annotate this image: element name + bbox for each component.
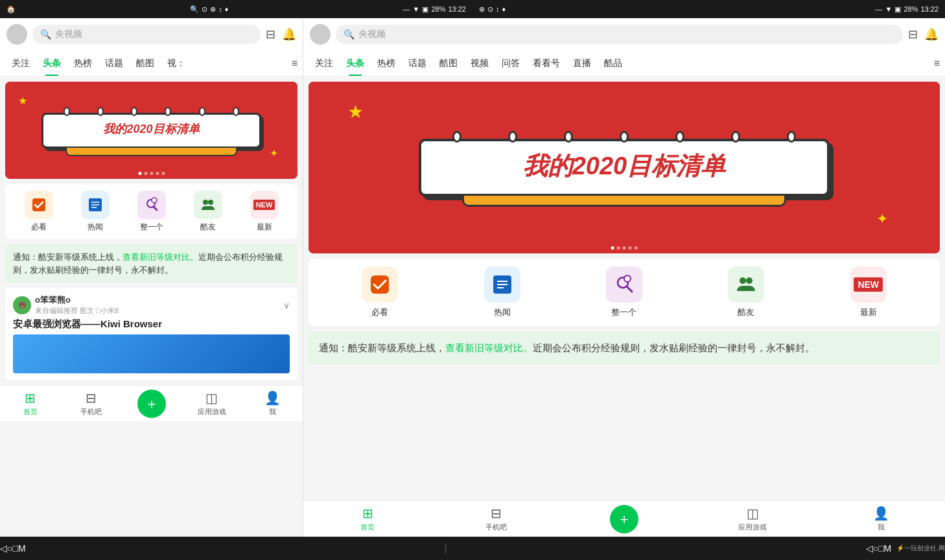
right-nav-me-icon: 👤: [873, 506, 889, 521]
svg-point-19: [746, 277, 752, 284]
left-quick-actions: 必看 热闻 整一个 酷友 N: [5, 184, 298, 239]
right-nav-apps[interactable]: ◫ 应用游戏: [688, 506, 817, 532]
android-menu-right[interactable]: M: [884, 543, 892, 554]
right-search-input-wrap[interactable]: 🔍 央视频: [336, 25, 903, 44]
right-bell-icon[interactable]: 🔔: [924, 27, 939, 41]
left-qa-bikan[interactable]: 必看: [25, 191, 53, 233]
left-avatar[interactable]: [6, 24, 27, 45]
right-nav-phonebar[interactable]: ⊟ 手机吧: [432, 506, 560, 532]
right-tab-huati[interactable]: 话题: [402, 51, 433, 76]
left-post-author-info: o笨笨熊o 来自编辑推荐 图文 □小米8: [35, 294, 119, 316]
right-qa-zhengge-icon: [606, 266, 642, 303]
right-qa-bikan[interactable]: 必看: [354, 266, 406, 318]
left-nav-more-icon[interactable]: ≡: [292, 58, 298, 69]
left-banner[interactable]: 我的2020目标清单 ★ ✦: [5, 82, 298, 179]
system-icons-left: 🔍 ⊙ ⊕ ↕ ♦: [190, 5, 228, 14]
android-back-left[interactable]: ◁: [0, 543, 7, 554]
android-home-left[interactable]: ○: [7, 543, 12, 554]
right-nav-home[interactable]: ⊞ 首页: [303, 506, 432, 532]
android-menu-left[interactable]: M: [18, 543, 26, 554]
right-qa-rewwen-label: 热闻: [494, 307, 511, 318]
left-nav-add-btn[interactable]: ＋: [137, 390, 166, 418]
left-nav-home[interactable]: ⊞ 首页: [0, 390, 60, 417]
right-tab-rebang[interactable]: 热榜: [371, 51, 402, 76]
right-tab-kankan[interactable]: 看看号: [526, 51, 566, 76]
left-tab-rebang[interactable]: 热榜: [67, 51, 99, 76]
right-qa-zuixin-label: 最新: [860, 307, 877, 318]
left-nav-add[interactable]: ＋: [121, 390, 181, 418]
left-qa-zhengge-icon: [137, 191, 166, 219]
left-qa-zhengge[interactable]: 整一个: [137, 191, 166, 233]
watermark: ⚡一玩创业社.网: [896, 544, 945, 553]
left-post-author: 🐻 o笨笨熊o 来自编辑推荐 图文 □小米8: [13, 294, 119, 316]
app-icon-left: 🏠: [6, 5, 16, 14]
left-post-header: 🐻 o笨笨熊o 来自编辑推荐 图文 □小米8 ∨: [13, 294, 290, 316]
right-nav-add[interactable]: ＋: [560, 505, 688, 533]
right-qa-zuixin[interactable]: NEW 最新: [843, 266, 894, 318]
right-qa-kuyou-icon: [728, 266, 764, 303]
android-recent-left[interactable]: □: [12, 543, 18, 554]
left-nav-phonebar[interactable]: ⊟ 手机吧: [60, 390, 121, 417]
left-tab-ktu[interactable]: 酷图: [130, 51, 161, 76]
left-nav-me-label: 我: [269, 407, 276, 417]
right-notice-link[interactable]: 查看新旧等级对比。: [445, 342, 533, 353]
left-qa-kuyou-icon: [194, 191, 222, 219]
left-qa-bikan-icon: [25, 191, 53, 219]
left-star-deco-1: ★: [18, 95, 27, 107]
right-nav-more-icon[interactable]: ≡: [934, 58, 940, 69]
left-tab-huati[interactable]: 话题: [99, 51, 130, 76]
left-notice-link[interactable]: 查看新旧等级对比。: [122, 252, 198, 262]
right-notice: 通知：酷安新等级系统上线，查看新旧等级对比。近期会公布积分经验规则，发水贴刷经验…: [309, 331, 940, 365]
android-home-right[interactable]: ○: [873, 543, 878, 554]
right-star-1: ★: [347, 101, 364, 122]
left-nav-apps[interactable]: ◫ 应用游戏: [181, 390, 242, 417]
left-qa-zhengge-label: 整一个: [140, 222, 163, 233]
left-nav-apps-icon: ◫: [205, 390, 218, 406]
right-banner[interactable]: 我的2020目标清单 ★ ✦: [309, 82, 940, 253]
right-avatar[interactable]: [310, 24, 331, 45]
svg-point-8: [203, 200, 208, 205]
right-quick-actions: 必看 热闻 整一个 酷友 N: [309, 259, 940, 326]
left-nav-phonebar-icon: ⊟: [86, 390, 97, 406]
android-back-right[interactable]: ◁: [866, 543, 873, 554]
left-search-input-wrap[interactable]: 🔍 央视频: [32, 25, 261, 44]
right-nav-me[interactable]: 👤 我: [817, 506, 945, 532]
right-nav-tabs: 关注 头条 热榜 话题 酷图 视频 问答 看看号 直播 酷品 ≡: [303, 51, 945, 76]
left-tab-guanzhu[interactable]: 关注: [5, 51, 36, 76]
left-calendar-banner: 我的2020目标清单 ★ ✦: [5, 82, 298, 179]
right-bottom-nav: ⊞ 首页 ⊟ 手机吧 ＋ ◫ 应用游戏 👤 我: [303, 500, 945, 537]
right-nav-phonebar-icon: ⊟: [491, 506, 502, 521]
left-nav-me[interactable]: 👤 我: [242, 390, 303, 417]
right-qa-zhengge[interactable]: 整一个: [598, 266, 650, 318]
left-bell-icon[interactable]: 🔔: [282, 27, 296, 41]
right-tab-kupin[interactable]: 酷品: [598, 51, 629, 76]
status-bar-left: 🏠 🔍 ⊙ ⊕ ↕ ♦ — ▼ ▣ 28% 13:22: [0, 0, 472, 18]
left-nav-me-icon: 👤: [264, 390, 281, 406]
right-qa-kuyou[interactable]: 酷友: [720, 266, 772, 318]
svg-point-7: [152, 198, 157, 203]
status-bar-right: ⊕ ⊙ ↕ ♦ — ▼ ▣ 28% 13:22: [472, 0, 945, 18]
left-post-image: [13, 334, 290, 373]
right-star-2: ✦: [876, 211, 888, 228]
left-qa-rewwen-icon: [81, 191, 110, 219]
left-post-expand-icon[interactable]: ∨: [283, 300, 290, 310]
left-message-icon[interactable]: ⊟: [266, 27, 275, 41]
right-tab-guanzhu[interactable]: 关注: [309, 51, 340, 76]
left-tab-toutiao[interactable]: 头条: [36, 51, 67, 76]
left-qa-zuixin[interactable]: NEW 最新: [250, 191, 279, 233]
left-qa-rewwen[interactable]: 热闻: [81, 191, 110, 233]
left-notice: 通知：酷安新等级系统上线，查看新旧等级对比。近期会公布积分经验规则，发水贴刷经验…: [5, 244, 298, 283]
right-qa-rewwen[interactable]: 热闻: [476, 266, 528, 318]
right-tab-ktu[interactable]: 酷图: [433, 51, 464, 76]
left-post-item[interactable]: 🐻 o笨笨熊o 来自编辑推荐 图文 □小米8 ∨ 安卓最强浏览器——Kiwi B…: [5, 288, 298, 380]
android-recent-right[interactable]: □: [878, 543, 883, 554]
right-tab-toutiao[interactable]: 头条: [340, 51, 371, 76]
left-tab-shi[interactable]: 视：: [161, 51, 192, 76]
right-qa-kuyou-label: 酷友: [738, 307, 754, 318]
right-tab-live[interactable]: 直播: [566, 51, 598, 76]
right-tab-video[interactable]: 视频: [464, 51, 495, 76]
right-message-icon[interactable]: ⊟: [908, 27, 918, 41]
right-nav-add-btn[interactable]: ＋: [610, 505, 638, 533]
left-qa-kuyou[interactable]: 酷友: [194, 191, 222, 233]
right-tab-wenda[interactable]: 问答: [495, 51, 526, 76]
